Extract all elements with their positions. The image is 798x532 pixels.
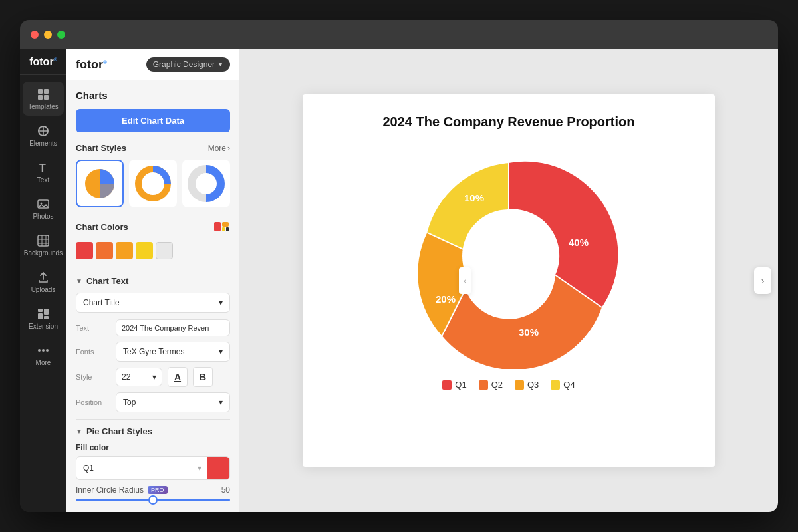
text-icon: T [36, 160, 51, 175]
fill-color-select[interactable]: Q1 ▾ [76, 456, 230, 480]
chart-text-section-toggle[interactable]: ▼ Chart Text [76, 276, 230, 286]
sidebar-item-more[interactable]: More [23, 338, 64, 372]
legend-dot-q1 [442, 380, 452, 390]
position-row: Position Top ▾ [76, 392, 230, 412]
divider-2 [76, 419, 230, 420]
fill-color-section: Fill color Q1 ▾ [76, 443, 230, 480]
sidebar-item-photos[interactable]: Photos [23, 192, 64, 225]
svg-text:T: T [39, 162, 46, 174]
templates-icon [36, 87, 51, 102]
fonts-row: Fonts TeX Gyre Termes ▾ [76, 342, 230, 362]
inner-radius-value: 50 [221, 485, 230, 495]
sidebar-item-elements[interactable]: Elements [23, 118, 64, 152]
sidebar-item-templates[interactable]: Templates [23, 82, 64, 116]
edit-chart-data-button[interactable]: Edit Chart Data [76, 109, 230, 132]
legend-q2: Q2 [479, 380, 503, 390]
title-bar [20, 20, 778, 49]
pie-styles-section-toggle[interactable]: ▼ Pie Chart Styles [76, 426, 230, 436]
app-window: fotor® Templates [20, 20, 778, 512]
fonts-label: Fonts [76, 348, 110, 356]
svg-rect-17 [44, 309, 49, 315]
chart-styles-more[interactable]: More › [208, 144, 230, 153]
panel-scroll-handle[interactable]: ‹ [459, 267, 471, 294]
close-button[interactable] [31, 31, 39, 39]
chevron-down-icon: ▾ [219, 298, 223, 307]
chart-colors-row [76, 242, 230, 259]
pro-badge: PRO [148, 486, 168, 494]
svg-rect-15 [38, 309, 43, 312]
minimize-button[interactable] [44, 31, 52, 39]
chart-styles-title: Chart Styles [76, 143, 126, 153]
color-swatch-5[interactable] [156, 242, 173, 259]
svg-point-26 [200, 177, 213, 190]
panel-top-bar: fotor® Graphic Designer ▼ [66, 49, 239, 80]
fill-color-swatch[interactable] [207, 457, 229, 479]
position-label: Position [76, 398, 110, 406]
designer-badge-label: Graphic Designer [153, 60, 215, 69]
svg-text:30%: 30% [519, 327, 539, 338]
chart-text-title: Chart Text [86, 276, 128, 286]
photos-icon [36, 197, 51, 211]
chart-style-1[interactable] [76, 160, 124, 207]
legend-label-q3: Q3 [527, 380, 539, 390]
svg-rect-10 [38, 235, 49, 246]
triangle-icon: ▼ [76, 277, 82, 285]
app-body: fotor® Templates [20, 49, 778, 512]
text-label: Text [37, 176, 49, 184]
chart-colors-header: Chart Colors [76, 218, 230, 235]
panel-content: Charts Edit Chart Data Chart Styles More… [66, 80, 239, 511]
svg-rect-0 [38, 89, 43, 94]
svg-point-21 [46, 349, 49, 352]
svg-rect-16 [38, 313, 43, 319]
color-palette-icon[interactable] [213, 218, 230, 235]
legend-q1: Q1 [442, 380, 466, 390]
radius-row: Inner Circle Radius PRO 50 [76, 485, 230, 495]
style-row: Style 22 ▾ A B [76, 367, 230, 387]
more-icon [36, 343, 51, 358]
chevron-right-icon: › [227, 144, 230, 153]
color-swatch-2[interactable] [96, 242, 113, 259]
panel-title: Charts [76, 90, 230, 101]
legend-dot-q2 [479, 380, 488, 390]
sidebar-item-extension[interactable]: Extension [23, 301, 64, 335]
chart-style-2[interactable] [129, 160, 177, 207]
sidebar-item-uploads[interactable]: Uploads [23, 265, 64, 299]
photos-label: Photos [33, 213, 53, 220]
svg-rect-2 [38, 95, 43, 100]
svg-rect-29 [222, 227, 225, 231]
svg-text:10%: 10% [464, 192, 484, 203]
bold-button[interactable]: B [193, 367, 213, 387]
sidebar-item-backgrounds[interactable]: Backgrounds [23, 228, 64, 262]
pie-styles-title: Pie Chart Styles [86, 426, 152, 436]
radius-slider-thumb[interactable] [148, 495, 158, 505]
fotor-logo: fotor® [29, 56, 57, 68]
maximize-button[interactable] [57, 31, 65, 39]
underline-button[interactable]: A [168, 367, 188, 387]
legend-q4: Q4 [551, 380, 575, 390]
fonts-dropdown[interactable]: TeX Gyre Termes ▾ [116, 342, 230, 362]
svg-rect-18 [44, 316, 49, 319]
svg-rect-28 [222, 222, 229, 227]
chart-title-dropdown[interactable]: Chart Title ▾ [76, 293, 230, 313]
color-swatch-4[interactable] [136, 242, 153, 259]
color-swatches [76, 242, 173, 259]
chart-style-3[interactable] [182, 160, 230, 207]
chevron-down-icon: ▾ [192, 464, 207, 473]
text-input[interactable]: 2024 The Company Reven [116, 319, 230, 336]
legend-label-q1: Q1 [455, 380, 466, 390]
radius-slider[interactable] [76, 499, 230, 501]
color-swatch-1[interactable] [76, 242, 93, 259]
more-label: More [36, 359, 51, 366]
chart-colors-title: Chart Colors [76, 222, 128, 232]
font-size-select[interactable]: 22 ▾ [116, 368, 162, 386]
position-dropdown[interactable]: Top ▾ [116, 392, 230, 412]
icon-sidebar: fotor® Templates [20, 49, 66, 512]
text-field-label: Text [76, 324, 110, 332]
svg-rect-30 [226, 227, 229, 231]
right-scroll-button[interactable]: › [754, 267, 771, 294]
color-swatch-3[interactable] [116, 242, 133, 259]
designer-badge[interactable]: Graphic Designer ▼ [146, 57, 230, 72]
sidebar-item-text[interactable]: T Text [23, 155, 64, 189]
fill-color-q1: Q1 [76, 459, 192, 477]
chart-title: 2024 The Company Revenue Proportion [383, 114, 635, 130]
